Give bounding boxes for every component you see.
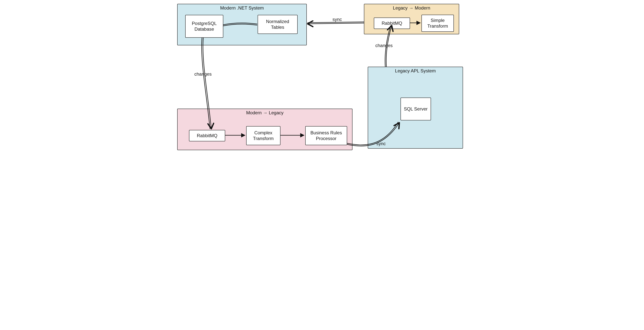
edge-label-changes-left: changes xyxy=(194,72,212,77)
edge-label-sync-top: sync xyxy=(332,17,342,22)
group-legacy-to-modern-title: Legacy → Modern xyxy=(364,5,459,11)
group-legacy-apl-title: Legacy APL System xyxy=(368,68,462,74)
group-modern-to-legacy-title: Modern → Legacy xyxy=(178,110,352,116)
diagram-canvas: Modern .NET System PostgreSQL Database N… xyxy=(174,0,470,156)
edge-label-changes-right: changes xyxy=(375,43,393,48)
group-legacy-apl: Legacy APL System SQL Server xyxy=(368,67,463,148)
node-business-rules-processor: Business Rules Processor xyxy=(305,126,347,145)
group-modern-to-legacy: Modern → Legacy RabbitMQ Complex Transfo… xyxy=(177,108,352,150)
group-legacy-to-modern: Legacy → Modern RabbitMQ Simple Transfor… xyxy=(364,4,459,34)
edge-sync-leg2mod-to-modern xyxy=(308,22,364,24)
node-simple-transform: Simple Transform xyxy=(422,15,454,32)
group-modern-net-title: Modern .NET System xyxy=(178,5,306,11)
node-postgresql-database: PostgreSQL Database xyxy=(185,15,223,38)
node-sql-server: SQL Server xyxy=(400,98,431,120)
group-modern-net: Modern .NET System PostgreSQL Database N… xyxy=(177,4,307,45)
node-complex-transform: Complex Transform xyxy=(246,126,280,145)
node-rabbitmq-leg2mod: RabbitMQ xyxy=(374,18,410,29)
node-normalized-tables: Normalized Tables xyxy=(258,15,298,34)
node-rabbitmq-mod2leg: RabbitMQ xyxy=(189,130,225,141)
